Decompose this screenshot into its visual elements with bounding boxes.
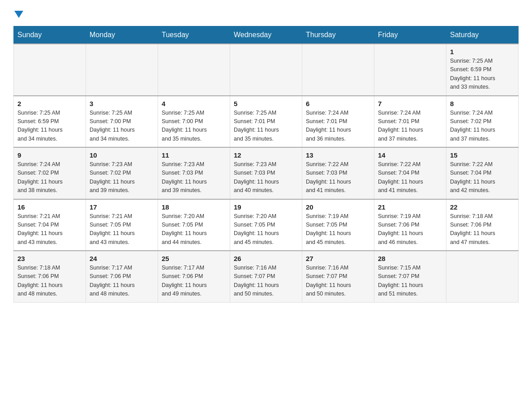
calendar-day-cell: 15Sunrise: 7:22 AM Sunset: 7:04 PM Dayli… [446, 147, 519, 199]
day-info: Sunrise: 7:22 AM Sunset: 7:04 PM Dayligh… [378, 160, 442, 195]
day-info: Sunrise: 7:23 AM Sunset: 7:03 PM Dayligh… [234, 160, 298, 195]
day-info: Sunrise: 7:17 AM Sunset: 7:06 PM Dayligh… [90, 264, 154, 299]
calendar-day-cell: 28Sunrise: 7:15 AM Sunset: 7:07 PM Dayli… [374, 251, 446, 302]
calendar-day-cell [446, 251, 519, 302]
day-number: 24 [90, 255, 154, 262]
calendar-day-cell: 26Sunrise: 7:16 AM Sunset: 7:07 PM Dayli… [230, 251, 302, 302]
calendar-week-row: 2Sunrise: 7:25 AM Sunset: 6:59 PM Daylig… [14, 96, 519, 148]
calendar-day-cell: 12Sunrise: 7:23 AM Sunset: 7:03 PM Dayli… [230, 147, 302, 199]
calendar-header-sunday: Sunday [14, 26, 86, 44]
day-number: 14 [378, 151, 442, 159]
day-info: Sunrise: 7:20 AM Sunset: 7:05 PM Dayligh… [162, 212, 226, 247]
day-info: Sunrise: 7:22 AM Sunset: 7:03 PM Dayligh… [306, 160, 370, 195]
day-number: 13 [306, 151, 370, 159]
logo [13, 9, 23, 17]
day-info: Sunrise: 7:23 AM Sunset: 7:02 PM Dayligh… [90, 160, 154, 195]
day-number: 19 [234, 203, 298, 211]
calendar-day-cell: 24Sunrise: 7:17 AM Sunset: 7:06 PM Dayli… [86, 251, 158, 302]
calendar-day-cell: 8Sunrise: 7:24 AM Sunset: 7:02 PM Daylig… [446, 96, 519, 148]
day-info: Sunrise: 7:25 AM Sunset: 7:00 PM Dayligh… [90, 109, 154, 144]
day-number: 3 [90, 100, 154, 107]
day-info: Sunrise: 7:20 AM Sunset: 7:05 PM Dayligh… [234, 212, 298, 247]
day-number: 12 [234, 151, 298, 159]
day-info: Sunrise: 7:19 AM Sunset: 7:06 PM Dayligh… [378, 212, 442, 247]
calendar-day-cell: 3Sunrise: 7:25 AM Sunset: 7:00 PM Daylig… [86, 96, 158, 148]
day-number: 22 [450, 203, 515, 211]
calendar-week-row: 16Sunrise: 7:21 AM Sunset: 7:04 PM Dayli… [14, 199, 519, 251]
day-number: 17 [90, 203, 154, 211]
day-number: 23 [17, 255, 82, 262]
day-number: 10 [90, 151, 154, 159]
day-number: 27 [306, 255, 370, 262]
calendar-day-cell: 18Sunrise: 7:20 AM Sunset: 7:05 PM Dayli… [158, 199, 230, 251]
day-number: 18 [162, 203, 226, 211]
calendar-day-cell: 2Sunrise: 7:25 AM Sunset: 6:59 PM Daylig… [14, 96, 86, 148]
day-number: 26 [234, 255, 298, 262]
day-info: Sunrise: 7:21 AM Sunset: 7:04 PM Dayligh… [17, 212, 82, 247]
day-number: 25 [162, 255, 226, 262]
page-header [13, 9, 519, 17]
calendar-day-cell [230, 44, 302, 96]
day-info: Sunrise: 7:22 AM Sunset: 7:04 PM Dayligh… [450, 160, 515, 195]
calendar-header-saturday: Saturday [446, 26, 519, 44]
calendar-table: SundayMondayTuesdayWednesdayThursdayFrid… [13, 26, 519, 303]
day-info: Sunrise: 7:15 AM Sunset: 7:07 PM Dayligh… [378, 264, 442, 299]
calendar-day-cell: 19Sunrise: 7:20 AM Sunset: 7:05 PM Dayli… [230, 199, 302, 251]
calendar-day-cell: 17Sunrise: 7:21 AM Sunset: 7:05 PM Dayli… [86, 199, 158, 251]
day-number: 2 [17, 100, 82, 107]
calendar-day-cell: 16Sunrise: 7:21 AM Sunset: 7:04 PM Dayli… [14, 199, 86, 251]
calendar-day-cell: 21Sunrise: 7:19 AM Sunset: 7:06 PM Dayli… [374, 199, 446, 251]
day-info: Sunrise: 7:24 AM Sunset: 7:02 PM Dayligh… [17, 160, 82, 195]
calendar-day-cell: 14Sunrise: 7:22 AM Sunset: 7:04 PM Dayli… [374, 147, 446, 199]
day-info: Sunrise: 7:25 AM Sunset: 6:59 PM Dayligh… [450, 57, 515, 92]
calendar-header-thursday: Thursday [302, 26, 374, 44]
day-info: Sunrise: 7:17 AM Sunset: 7:06 PM Dayligh… [162, 264, 226, 299]
calendar-day-cell [86, 44, 158, 96]
day-info: Sunrise: 7:25 AM Sunset: 7:00 PM Dayligh… [162, 109, 226, 144]
day-number: 16 [17, 203, 82, 211]
day-number: 5 [234, 100, 298, 107]
day-info: Sunrise: 7:16 AM Sunset: 7:07 PM Dayligh… [234, 264, 298, 299]
calendar-day-cell: 9Sunrise: 7:24 AM Sunset: 7:02 PM Daylig… [14, 147, 86, 199]
day-info: Sunrise: 7:24 AM Sunset: 7:01 PM Dayligh… [306, 109, 370, 144]
day-info: Sunrise: 7:24 AM Sunset: 7:02 PM Dayligh… [450, 109, 515, 144]
calendar-day-cell: 13Sunrise: 7:22 AM Sunset: 7:03 PM Dayli… [302, 147, 374, 199]
calendar-day-cell: 23Sunrise: 7:18 AM Sunset: 7:06 PM Dayli… [14, 251, 86, 302]
calendar-day-cell: 22Sunrise: 7:18 AM Sunset: 7:06 PM Dayli… [446, 199, 519, 251]
calendar-day-cell [374, 44, 446, 96]
day-number: 21 [378, 203, 442, 211]
calendar-day-cell: 27Sunrise: 7:16 AM Sunset: 7:07 PM Dayli… [302, 251, 374, 302]
calendar-day-cell: 11Sunrise: 7:23 AM Sunset: 7:03 PM Dayli… [158, 147, 230, 199]
calendar-day-cell [14, 44, 86, 96]
calendar-week-row: 9Sunrise: 7:24 AM Sunset: 7:02 PM Daylig… [14, 147, 519, 199]
logo-triangle-icon [14, 11, 23, 18]
calendar-day-cell [302, 44, 374, 96]
day-number: 1 [450, 48, 515, 56]
calendar-header-monday: Monday [86, 26, 158, 44]
day-info: Sunrise: 7:25 AM Sunset: 6:59 PM Dayligh… [17, 109, 82, 144]
calendar-week-row: 1Sunrise: 7:25 AM Sunset: 6:59 PM Daylig… [14, 44, 519, 96]
day-number: 4 [162, 100, 226, 107]
day-info: Sunrise: 7:23 AM Sunset: 7:03 PM Dayligh… [162, 160, 226, 195]
calendar-header-friday: Friday [374, 26, 446, 44]
day-info: Sunrise: 7:19 AM Sunset: 7:05 PM Dayligh… [306, 212, 370, 247]
calendar-day-cell: 5Sunrise: 7:25 AM Sunset: 7:01 PM Daylig… [230, 96, 302, 148]
calendar-header-tuesday: Tuesday [158, 26, 230, 44]
calendar-day-cell: 10Sunrise: 7:23 AM Sunset: 7:02 PM Dayli… [86, 147, 158, 199]
day-number: 8 [450, 100, 515, 107]
calendar-week-row: 23Sunrise: 7:18 AM Sunset: 7:06 PM Dayli… [14, 251, 519, 302]
day-number: 15 [450, 151, 515, 159]
calendar-header-row: SundayMondayTuesdayWednesdayThursdayFrid… [14, 26, 519, 44]
calendar-day-cell: 4Sunrise: 7:25 AM Sunset: 7:00 PM Daylig… [158, 96, 230, 148]
calendar-day-cell: 7Sunrise: 7:24 AM Sunset: 7:01 PM Daylig… [374, 96, 446, 148]
day-info: Sunrise: 7:16 AM Sunset: 7:07 PM Dayligh… [306, 264, 370, 299]
calendar-day-cell: 6Sunrise: 7:24 AM Sunset: 7:01 PM Daylig… [302, 96, 374, 148]
day-number: 7 [378, 100, 442, 107]
day-info: Sunrise: 7:18 AM Sunset: 7:06 PM Dayligh… [450, 212, 515, 247]
day-info: Sunrise: 7:24 AM Sunset: 7:01 PM Dayligh… [378, 109, 442, 144]
day-info: Sunrise: 7:21 AM Sunset: 7:05 PM Dayligh… [90, 212, 154, 247]
calendar-day-cell [158, 44, 230, 96]
calendar-day-cell: 20Sunrise: 7:19 AM Sunset: 7:05 PM Dayli… [302, 199, 374, 251]
day-info: Sunrise: 7:18 AM Sunset: 7:06 PM Dayligh… [17, 264, 82, 299]
day-number: 28 [378, 255, 442, 262]
